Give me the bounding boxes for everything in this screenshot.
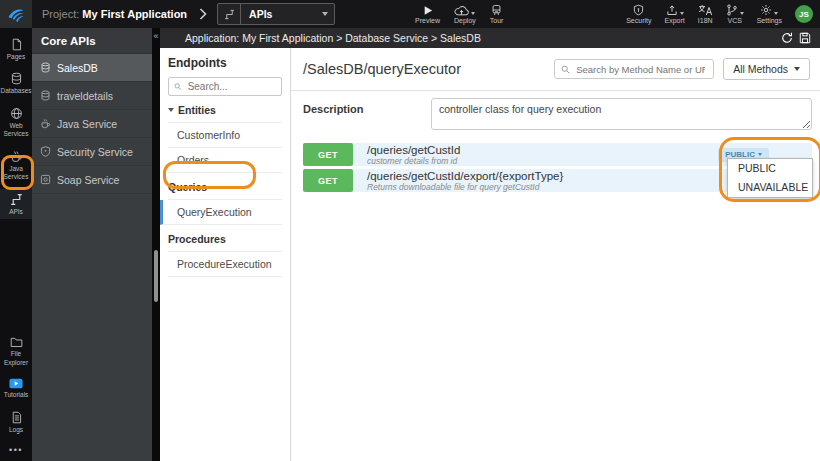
- api-icon: [218, 4, 241, 24]
- sidebar-item-tutorials[interactable]: Tutorials: [0, 374, 32, 402]
- breadcrumb-bar: Application: My First Application > Data…: [160, 28, 820, 48]
- section-queries[interactable]: Queries: [168, 173, 282, 200]
- gear-icon: [760, 4, 772, 16]
- workspace-body: Description controller class for query e…: [291, 91, 820, 195]
- search-icon: [561, 65, 570, 74]
- menu-item-unavailable[interactable]: UNAVAILABLE: [728, 178, 812, 197]
- menu-item-public[interactable]: PUBLIC: [728, 159, 812, 178]
- sidebar-item-logs[interactable]: Logs: [0, 407, 32, 437]
- core-apis-item-java-service[interactable]: Java Service: [32, 110, 152, 138]
- database-icon: [40, 62, 51, 73]
- chevron-down-icon: [794, 67, 800, 71]
- core-apis-item-traveldetails[interactable]: traveldetails: [32, 82, 152, 110]
- left-icon-rail: Pages Databases Web Services Java Servic…: [0, 28, 32, 461]
- deploy-button[interactable]: Deploy: [454, 4, 476, 24]
- shield-icon: [633, 4, 644, 16]
- section-procedures[interactable]: Procedures: [168, 225, 282, 252]
- coffee-cup-icon: [10, 150, 23, 163]
- database-icon: [40, 90, 51, 101]
- sidebar-item-web-services[interactable]: Web Services: [0, 103, 32, 142]
- search-icon: [174, 82, 182, 91]
- shield-icon: [40, 146, 51, 157]
- bus-icon: [491, 4, 502, 16]
- i18n-button[interactable]: I18N: [698, 4, 713, 24]
- security-button[interactable]: Security: [626, 4, 651, 24]
- description-input[interactable]: controller class for query execution: [431, 98, 812, 130]
- endpoints-search-input[interactable]: [186, 80, 276, 93]
- core-apis-item-soap-service[interactable]: Soap Service: [32, 166, 152, 194]
- cloud-upload-icon: [454, 5, 469, 16]
- method-search[interactable]: [554, 59, 714, 79]
- perspective-dropdown[interactable]: APIs: [217, 3, 335, 25]
- workspace: /SalesDB/queryExecutor All Methods: [291, 48, 820, 461]
- sidebar-item-label: Web Services: [0, 122, 32, 139]
- endpoint-summary: customer details from id: [367, 157, 718, 166]
- core-apis-item-label: Soap Service: [57, 174, 119, 186]
- topbar-actions-right: Security Export I18N: [626, 4, 813, 24]
- vcs-label: VCS: [728, 17, 742, 24]
- security-label: Security: [626, 17, 651, 24]
- panel-gutter: «: [152, 28, 160, 461]
- api-icon: [10, 193, 23, 206]
- scrollbar-thumb[interactable]: [154, 250, 158, 302]
- sidebar-item-label: Logs: [9, 426, 23, 434]
- endpoints-search[interactable]: [168, 77, 282, 96]
- sidebar-item-apis[interactable]: APIs: [0, 189, 32, 219]
- endpoint-item-orders[interactable]: Orders: [168, 148, 282, 173]
- core-apis-item-label: Java Service: [57, 118, 117, 130]
- sidebar-item-java-services[interactable]: Java Services: [0, 146, 32, 185]
- endpoint-item-queryexecution[interactable]: QueryExecution: [160, 200, 282, 225]
- core-apis-item-label: SalesDB: [57, 62, 98, 74]
- section-entities[interactable]: Entities: [168, 96, 282, 123]
- collapse-panel-button[interactable]: «: [152, 28, 160, 44]
- visibility-dropdown-menu: PUBLIC UNAVAILABLE: [727, 158, 813, 198]
- sidebar-item-label: File Explorer: [0, 350, 32, 367]
- export-icon: [666, 4, 678, 16]
- endpoint-item-procedureexecution[interactable]: ProcedureExecution: [168, 252, 282, 277]
- caret-down-icon: [168, 108, 174, 112]
- vcs-button[interactable]: VCS: [726, 4, 744, 24]
- endpoint-list: GET /queries/getCustId customer details …: [303, 143, 812, 192]
- user-avatar[interactable]: JS: [795, 5, 813, 23]
- save-button[interactable]: [799, 32, 811, 44]
- sidebar-item-databases[interactable]: Databases: [0, 68, 32, 98]
- sidebar-spacer: [0, 223, 32, 332]
- database-icon: [10, 72, 23, 85]
- endpoint-item-customerinfo[interactable]: CustomerInfo: [168, 123, 282, 148]
- sidebar-item-file-explorer[interactable]: File Explorer: [0, 332, 32, 370]
- tour-button[interactable]: Tour: [490, 4, 504, 24]
- chevron-down-icon: [774, 12, 778, 15]
- export-button[interactable]: Export: [664, 4, 684, 24]
- core-apis-item-security-service[interactable]: Security Service: [32, 138, 152, 166]
- wavemaker-logo-icon[interactable]: [0, 0, 32, 28]
- section-label: Entities: [178, 104, 216, 116]
- method-badge: GET: [303, 143, 353, 166]
- sidebar-item-label: Java Services: [0, 165, 32, 182]
- coffee-cup-icon: [40, 118, 51, 129]
- log-file-icon: [10, 411, 23, 424]
- breadcrumb: Application: My First Application > Data…: [185, 32, 481, 44]
- deploy-label: Deploy: [454, 17, 476, 24]
- sidebar-item-label: Pages: [7, 53, 25, 61]
- folder-icon: [10, 336, 23, 348]
- section-label: Procedures: [168, 233, 226, 245]
- description-label: Description: [303, 98, 431, 130]
- settings-button[interactable]: Settings: [757, 4, 782, 24]
- core-apis-item-salesdb[interactable]: SalesDB: [32, 54, 152, 82]
- sidebar-item-pages[interactable]: Pages: [0, 34, 32, 64]
- refresh-button[interactable]: [781, 32, 793, 44]
- more-options-icon[interactable]: •••: [0, 441, 32, 461]
- chevron-down-icon: [471, 12, 475, 15]
- workspace-header: /SalesDB/queryExecutor All Methods: [291, 48, 820, 91]
- core-apis-item-label: Security Service: [57, 146, 133, 158]
- settings-label: Settings: [757, 17, 782, 24]
- project-prefix: Project:: [42, 8, 79, 20]
- perspective-label: APIs: [241, 8, 322, 20]
- chevron-down-icon: [740, 12, 744, 15]
- chevron-right-icon: [199, 8, 207, 20]
- preview-button[interactable]: Preview: [415, 4, 440, 24]
- method-badge: GET: [303, 169, 353, 192]
- section-label: Queries: [168, 181, 207, 193]
- method-search-input[interactable]: [574, 63, 707, 76]
- all-methods-dropdown[interactable]: All Methods: [723, 58, 810, 80]
